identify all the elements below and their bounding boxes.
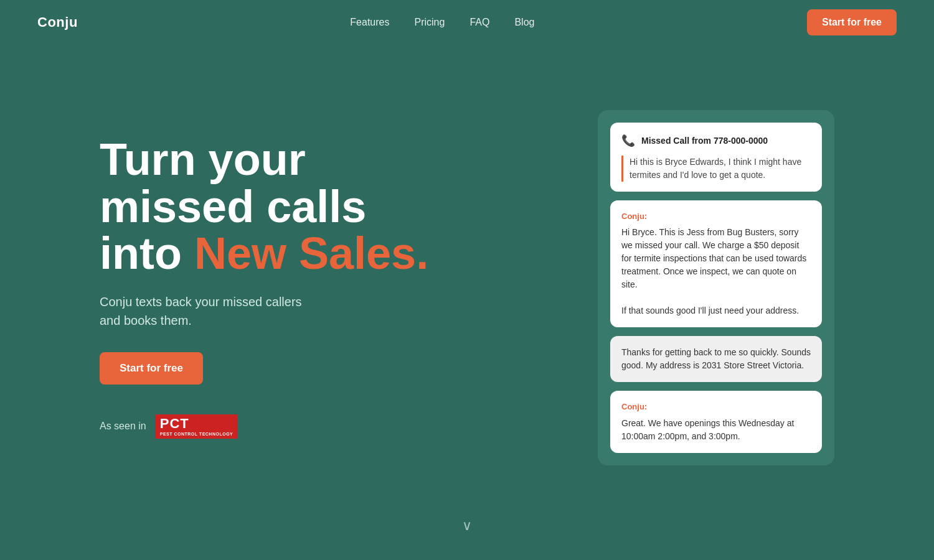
scroll-chevron-icon: ∨: [462, 518, 472, 534]
hero-sub-line2: and books them.: [100, 314, 192, 327]
hero-headline-line2: missed calls: [100, 182, 366, 231]
hero-left: Turn your missed calls into New Sales. C…: [100, 136, 428, 439]
hero-headline: Turn your missed calls into New Sales.: [100, 136, 428, 278]
pct-label: PCT: [160, 416, 189, 431]
missed-call-header: 📞 Missed Call from 778-000-0000: [621, 133, 811, 149]
hero-subtext: Conju texts back your missed callers and…: [100, 292, 428, 330]
missed-call-bubble: 📞 Missed Call from 778-000-0000 Hi this …: [610, 123, 822, 192]
scroll-indicator: ∨: [0, 518, 934, 553]
hero-cta-button[interactable]: Start for free: [100, 352, 203, 385]
conju-bubble-1: Conju: Hi Bryce. This is Jess from Bug B…: [610, 200, 822, 328]
conju-bubble-2: Conju: Great. We have openings this Wedn…: [610, 391, 822, 453]
chat-widget: 📞 Missed Call from 778-000-0000 Hi this …: [598, 110, 834, 465]
conju-label-1: Conju:: [621, 210, 811, 223]
as-seen-in-label: As seen in: [100, 421, 146, 432]
nav-link-faq[interactable]: FAQ: [469, 17, 489, 27]
hero-headline-highlight: New Sales.: [194, 228, 428, 278]
conju-message-2: Great. We have openings this Wednesday a…: [621, 417, 811, 443]
nav-cta-button[interactable]: Start for free: [807, 9, 897, 35]
chat-card: 📞 Missed Call from 778-000-0000 Hi this …: [598, 110, 834, 465]
missed-call-body: Hi this is Bryce Edwards, I think I migh…: [621, 156, 811, 182]
user-bubble: Thanks for getting back to me so quickly…: [610, 336, 822, 382]
navbar: Conju Features Pricing FAQ Blog Start fo…: [0, 0, 934, 45]
hero-sub-line1: Conju texts back your missed callers: [100, 295, 302, 309]
as-seen-in: As seen in PCT PEST CONTROL TECHNOLOGY: [100, 414, 428, 439]
conju-message-1: Hi Bryce. This is Jess from Bug Busters,…: [621, 226, 811, 317]
nav-link-blog[interactable]: Blog: [514, 17, 534, 27]
conju-label-2: Conju:: [621, 401, 811, 413]
hero-section: Turn your missed calls into New Sales. C…: [0, 45, 934, 518]
hero-headline-line3: into: [100, 228, 194, 278]
pct-sublabel: PEST CONTROL TECHNOLOGY: [160, 432, 234, 436]
missed-call-label: Missed Call from 778-000-0000: [641, 134, 768, 147]
site-logo: Conju: [37, 14, 78, 30]
phone-icon: 📞: [621, 133, 635, 149]
nav-links: Features Pricing FAQ Blog: [350, 17, 534, 28]
nav-link-pricing[interactable]: Pricing: [414, 17, 445, 27]
hero-headline-line1: Turn your: [100, 134, 306, 184]
nav-link-features[interactable]: Features: [350, 17, 389, 27]
pct-logo: PCT PEST CONTROL TECHNOLOGY: [155, 414, 238, 439]
